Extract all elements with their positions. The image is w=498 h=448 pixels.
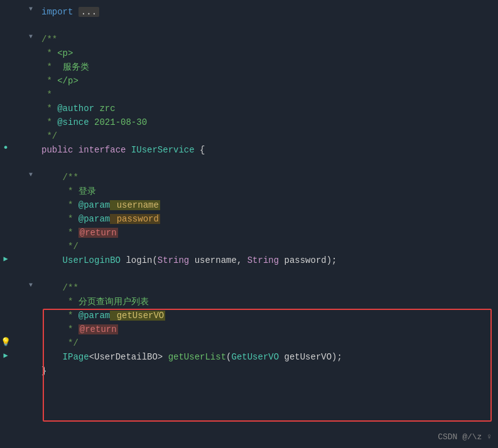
code-token: */ (41, 131, 57, 141)
line-gutter-icon: ▶ (0, 254, 11, 264)
code-text: * </p> (36, 75, 498, 87)
code-token: /** (41, 173, 78, 183)
code-token: import (41, 7, 73, 17)
fold-gutter: ▼ (11, 6, 36, 13)
code-line: ▶ UserLoginBO login(String username, Str… (0, 253, 498, 267)
code-token: GetUserVO (231, 352, 279, 362)
code-token: * (41, 200, 78, 210)
code-token: getUserList (163, 352, 226, 362)
code-line: * @return (0, 323, 498, 336)
code-text: */ (36, 130, 498, 142)
code-token: public (41, 145, 73, 155)
fold-gutter: ▼ (11, 33, 36, 40)
code-token (41, 255, 63, 265)
code-line: ▼import ... (0, 5, 498, 19)
code-line: * 分页查询用户列表 (0, 295, 498, 309)
code-line: ▼ /** (0, 281, 498, 295)
code-text (36, 157, 498, 170)
code-token: 2021-08-30 (89, 117, 147, 127)
code-text: public interface IUserService { (36, 144, 498, 156)
code-text: * @since 2021-08-30 (36, 116, 498, 129)
code-token: IUserService (131, 145, 195, 155)
code-token: * (41, 186, 78, 196)
code-token: username, (189, 255, 247, 265)
code-text: * @param username (36, 199, 498, 211)
code-line: * @param username (0, 198, 498, 212)
fold-gutter: ▼ (11, 282, 36, 289)
code-line: * @param getUserVO (0, 309, 498, 323)
code-text: * (36, 88, 498, 101)
code-token: * (41, 324, 78, 334)
fold-button[interactable]: ▼ (29, 6, 33, 13)
code-token: @param (78, 311, 110, 321)
code-token: password (110, 214, 160, 224)
code-token: * (41, 228, 78, 238)
code-text: * <p> (36, 47, 498, 60)
code-line: * @return (0, 226, 498, 240)
code-token: * (41, 62, 63, 72)
code-token: getUserVO); (279, 352, 342, 362)
code-token: { (195, 145, 205, 155)
code-line: 💡 */ (0, 336, 498, 350)
code-text: */ (36, 337, 498, 349)
fold-button[interactable]: ▼ (29, 33, 33, 40)
code-line: */ (0, 240, 498, 253)
code-line: ▼ /** (0, 171, 498, 184)
code-token: @since (57, 117, 89, 127)
code-token: * (41, 117, 57, 127)
code-token (73, 7, 78, 17)
code-text: * @param password (36, 213, 498, 225)
code-line: * @author zrc (0, 102, 498, 115)
code-text: import ... (36, 6, 498, 18)
code-token: username (110, 200, 160, 210)
code-line: * 服务类 (0, 60, 498, 74)
watermark: CSDN @/\z ♀ (438, 432, 492, 442)
code-token: * (41, 104, 57, 114)
code-token: </p> (57, 76, 78, 86)
code-line: ▶ IPage<UserDetailBO> getUserList(GetUse… (0, 350, 498, 364)
code-token: * (41, 76, 57, 86)
code-text (36, 268, 498, 280)
code-text: */ (36, 240, 498, 253)
code-line: ●public interface IUserService { (0, 143, 498, 157)
code-token: /** (41, 283, 78, 293)
code-text: /** (36, 33, 498, 46)
code-token: @return (78, 324, 118, 334)
code-line: */ (0, 129, 498, 143)
code-token: * (41, 311, 78, 321)
code-text: * 服务类 (36, 61, 498, 73)
code-editor: ▼import ... ▼/** * <p> * 服务类 * </p> * * … (0, 0, 498, 448)
code-token: interface (73, 145, 131, 155)
code-token: } (41, 366, 46, 376)
code-token: zrc (94, 104, 116, 114)
code-token: */ (41, 338, 78, 348)
code-token: @return (78, 228, 118, 238)
code-line: * @since 2021-08-30 (0, 115, 498, 129)
code-token: ... (78, 7, 99, 17)
code-token: * (41, 214, 78, 224)
code-line (0, 19, 498, 33)
code-text: * @param getUserVO (36, 309, 498, 322)
code-token: @param (78, 200, 110, 210)
code-token: UserLoginBO (63, 255, 121, 265)
code-token: * (41, 48, 57, 58)
code-text: IPage<UserDetailBO> getUserList(GetUserV… (36, 351, 498, 363)
code-token: String (158, 255, 189, 265)
code-token: @param (78, 214, 110, 224)
code-line (0, 267, 498, 281)
code-token: String (247, 255, 279, 265)
code-token: <p> (57, 48, 73, 58)
fold-button[interactable]: ▼ (29, 171, 33, 178)
code-text: * @author zrc (36, 102, 498, 115)
code-token: 分页查询用户列表 (78, 297, 149, 307)
code-text: /** (36, 282, 498, 294)
code-token: getUserVO (110, 311, 165, 321)
code-token: 登录 (78, 186, 96, 196)
code-token: @author (57, 104, 94, 114)
fold-button[interactable]: ▼ (29, 282, 33, 289)
code-text: } (36, 365, 498, 377)
code-line: * (0, 88, 498, 102)
line-gutter-icon: 💡 (0, 337, 11, 347)
code-token: */ (41, 242, 78, 252)
code-token: password); (279, 255, 337, 265)
